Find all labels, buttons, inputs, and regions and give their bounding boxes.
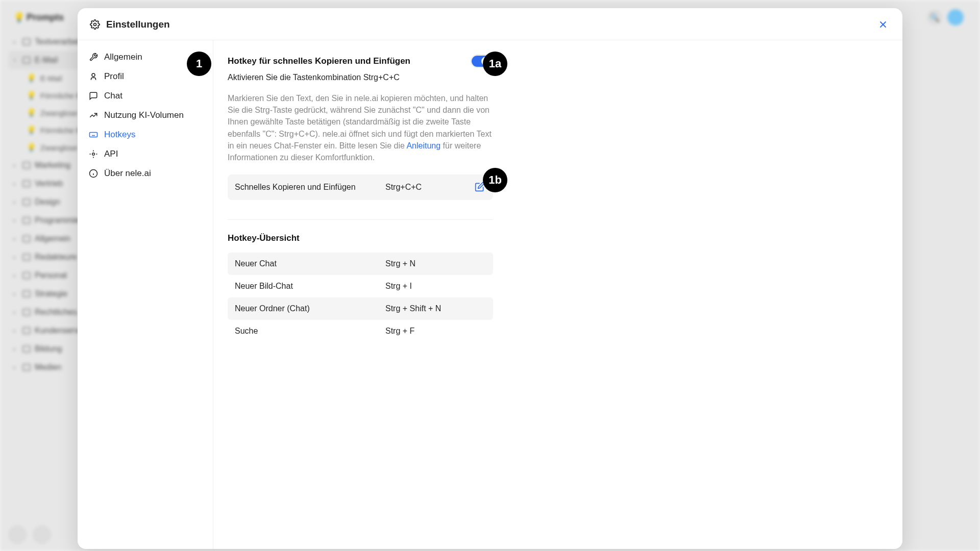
overview-title: Hotkey-Übersicht bbox=[228, 233, 493, 243]
nav-item-nutzung[interactable]: Nutzung KI-Volumen bbox=[83, 106, 208, 125]
quick-copy-keys: Strg+C+C bbox=[385, 183, 475, 192]
hotkeys-icon bbox=[89, 130, 98, 139]
api-icon bbox=[89, 149, 98, 159]
nav-item-label: Nutzung KI-Volumen bbox=[104, 110, 184, 120]
settings-content: 1 1a 1b Hotkey für schnelles Kopieren un… bbox=[213, 40, 902, 549]
nav-item-label: Hotkeys bbox=[104, 130, 135, 140]
annotation-1b: 1b bbox=[483, 168, 507, 192]
quick-copy-row: Schnelles Kopieren und Einfügen Strg+C+C bbox=[228, 174, 493, 200]
overview-label: Neuer Bild-Chat bbox=[235, 282, 385, 291]
profil-icon bbox=[89, 72, 98, 81]
nav-item-label: Profil bbox=[104, 71, 124, 82]
settings-nav: AllgemeinProfilChatNutzung KI-VolumenHot… bbox=[78, 40, 213, 549]
overview-row: Neuer Ordner (Chat)Strg + Shift + N bbox=[228, 297, 493, 320]
overview-label: Neuer Ordner (Chat) bbox=[235, 304, 385, 313]
nav-item-chat[interactable]: Chat bbox=[83, 86, 208, 106]
overview-row: Neuer ChatStrg + N bbox=[228, 253, 493, 275]
allgemein-icon bbox=[89, 53, 98, 62]
gear-icon bbox=[90, 19, 100, 30]
annotation-1a: 1a bbox=[483, 52, 507, 76]
overview-keys: Strg + Shift + N bbox=[385, 304, 441, 313]
section-title: Hotkey für schnelles Kopieren und Einfüg… bbox=[228, 56, 410, 66]
nav-item-label: API bbox=[104, 149, 118, 159]
nav-item-api[interactable]: API bbox=[83, 144, 208, 164]
annotation-1: 1 bbox=[187, 52, 211, 76]
modal-overlay: Einstellungen AllgemeinProfilChatNutzung… bbox=[0, 0, 980, 551]
hotkey-overview-table: Neuer ChatStrg + NNeuer Bild-ChatStrg + … bbox=[228, 253, 493, 342]
divider bbox=[228, 219, 493, 220]
ueber-icon bbox=[89, 169, 98, 178]
overview-row: Neuer Bild-ChatStrg + I bbox=[228, 275, 493, 297]
modal-title-text: Einstellungen bbox=[106, 19, 170, 30]
overview-keys: Strg + I bbox=[385, 282, 412, 291]
nutzung-icon bbox=[89, 111, 98, 120]
svg-point-0 bbox=[94, 23, 96, 26]
close-button[interactable] bbox=[876, 17, 890, 32]
nav-item-label: Allgemein bbox=[104, 52, 142, 62]
overview-row: SucheStrg + F bbox=[228, 320, 493, 342]
nav-item-label: Über nele.ai bbox=[104, 168, 151, 179]
overview-keys: Strg + N bbox=[385, 259, 415, 268]
svg-point-3 bbox=[92, 73, 95, 77]
overview-label: Suche bbox=[235, 327, 385, 336]
nav-item-ueber[interactable]: Über nele.ai bbox=[83, 164, 208, 183]
section-description: Markieren Sie den Text, den Sie in nele.… bbox=[228, 92, 493, 163]
quick-copy-label: Schnelles Kopieren und Einfügen bbox=[235, 183, 385, 192]
anleitung-link[interactable]: Anleitung bbox=[406, 141, 440, 150]
modal-header: Einstellungen bbox=[78, 8, 902, 40]
chat-icon bbox=[89, 91, 98, 101]
svg-point-10 bbox=[92, 153, 95, 156]
close-icon bbox=[878, 19, 888, 30]
svg-rect-4 bbox=[90, 133, 97, 137]
overview-label: Neuer Chat bbox=[235, 259, 385, 268]
settings-modal: Einstellungen AllgemeinProfilChatNutzung… bbox=[78, 8, 902, 549]
nav-item-hotkeys[interactable]: Hotkeys bbox=[83, 125, 208, 144]
section-subtitle: Aktivieren Sie die Tastenkombination Str… bbox=[228, 73, 493, 82]
nav-item-label: Chat bbox=[104, 91, 122, 101]
overview-keys: Strg + F bbox=[385, 327, 414, 336]
